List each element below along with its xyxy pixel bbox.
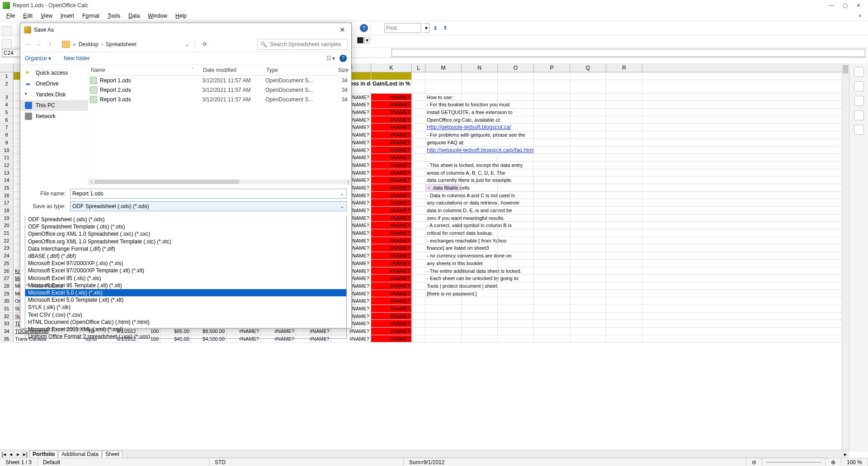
sidebar-properties-icon[interactable] bbox=[854, 67, 864, 77]
cell[interactable] bbox=[570, 320, 606, 327]
cell[interactable] bbox=[498, 124, 534, 131]
cell[interactable]: - A correct, valid symbol in column B is bbox=[425, 222, 462, 229]
cell[interactable] bbox=[534, 169, 570, 176]
breadcrumb-spreadsheet[interactable]: Spreadsheet bbox=[106, 41, 137, 48]
cell[interactable]: #NAME? bbox=[371, 252, 412, 259]
cell[interactable]: #NAME? bbox=[371, 101, 412, 108]
cell[interactable] bbox=[462, 305, 498, 312]
cell[interactable]: #NAME? bbox=[371, 139, 412, 146]
menu-format[interactable]: Format bbox=[79, 12, 103, 20]
cell[interactable] bbox=[462, 260, 498, 267]
row-header[interactable]: 9 bbox=[0, 139, 14, 146]
cell[interactable] bbox=[534, 154, 570, 161]
format-option[interactable]: OpenOffice.org XML 1.0 Spreadsheet (.sxc… bbox=[25, 230, 346, 238]
row-header[interactable]: 27 bbox=[0, 275, 14, 282]
cell[interactable] bbox=[534, 297, 570, 304]
row-header[interactable]: 32 bbox=[0, 313, 14, 320]
cell[interactable]: critical for correct data lookup. bbox=[425, 229, 462, 237]
cell[interactable]: #NAME? bbox=[371, 222, 412, 229]
col-header[interactable]: N bbox=[462, 63, 498, 72]
cell[interactable] bbox=[570, 147, 606, 154]
cell[interactable] bbox=[412, 94, 425, 101]
breadcrumb-dropdown[interactable]: ⌄ bbox=[185, 41, 189, 48]
cell[interactable] bbox=[498, 275, 534, 282]
cell[interactable]: any calculations or data retrieval, howe… bbox=[425, 199, 462, 206]
row-header[interactable]: 25 bbox=[0, 260, 14, 267]
cell[interactable]: #NAME? bbox=[371, 169, 412, 176]
format-option[interactable]: Data Interchange Format (.dif) (*.dif) bbox=[25, 245, 346, 252]
cell[interactable] bbox=[412, 290, 425, 297]
col-header[interactable]: Q bbox=[570, 63, 606, 72]
cell[interactable] bbox=[534, 192, 570, 199]
row-header[interactable]: 5 bbox=[0, 109, 14, 116]
cell[interactable] bbox=[570, 214, 606, 222]
cell[interactable] bbox=[462, 109, 498, 116]
format-option[interactable]: dBASE (.dbf) (*.dbf) bbox=[25, 252, 346, 260]
row-header[interactable]: 20 bbox=[0, 222, 14, 229]
cell[interactable] bbox=[606, 80, 642, 93]
cell[interactable] bbox=[534, 147, 570, 154]
cell[interactable] bbox=[534, 101, 570, 108]
cell[interactable]: Gain/Lost in % bbox=[371, 80, 412, 93]
format-option[interactable]: Uniform Office Format 2 spreadsheet (.uo… bbox=[25, 333, 346, 339]
cell[interactable] bbox=[462, 147, 498, 154]
cell[interactable] bbox=[534, 290, 570, 297]
cell[interactable] bbox=[498, 335, 534, 342]
cell[interactable]: #NAME? bbox=[371, 147, 412, 154]
cell[interactable] bbox=[534, 214, 570, 222]
cell[interactable] bbox=[412, 214, 425, 222]
dialog-search-box[interactable]: 🔍 Search Spreadsheet samples bbox=[257, 39, 348, 50]
cell[interactable] bbox=[570, 267, 606, 275]
row-header[interactable]: 13 bbox=[0, 169, 14, 176]
file-row[interactable]: Report 2.ods3/12/2021 11:57 AMOpenDocume… bbox=[88, 85, 351, 95]
cell[interactable] bbox=[570, 139, 606, 146]
cell[interactable]: #NAME? bbox=[371, 290, 412, 297]
cell[interactable] bbox=[462, 184, 498, 191]
cell[interactable] bbox=[606, 184, 642, 191]
menu-edit[interactable]: Edit bbox=[19, 12, 36, 20]
cell[interactable] bbox=[606, 72, 642, 80]
cell[interactable] bbox=[606, 139, 642, 146]
cell[interactable] bbox=[498, 199, 534, 206]
cell[interactable] bbox=[570, 207, 606, 214]
cell[interactable] bbox=[606, 282, 642, 290]
zoom-in-button[interactable]: ⊕ bbox=[826, 458, 841, 466]
cell[interactable] bbox=[570, 80, 606, 93]
cell[interactable] bbox=[570, 313, 606, 320]
sidebar-navigator-icon[interactable] bbox=[854, 110, 864, 120]
cell[interactable] bbox=[498, 305, 534, 312]
row-header[interactable]: 12 bbox=[0, 162, 14, 169]
row-header[interactable]: 26 bbox=[0, 267, 14, 275]
row-header[interactable]: 10 bbox=[0, 147, 14, 154]
cell[interactable] bbox=[498, 237, 534, 244]
cell[interactable]: getquote FAQ at: bbox=[425, 139, 462, 146]
row-header[interactable]: 11 bbox=[0, 154, 14, 161]
cell[interactable]: - The entire additional data sheet is lo… bbox=[425, 267, 462, 275]
cell[interactable] bbox=[498, 101, 534, 108]
cell[interactable] bbox=[606, 101, 642, 108]
cell[interactable] bbox=[462, 229, 498, 237]
cell[interactable] bbox=[570, 116, 606, 124]
file-list-hscroll[interactable]: ‹› bbox=[88, 179, 351, 185]
cell[interactable] bbox=[498, 147, 534, 154]
zoom-out-button[interactable]: ⊖ bbox=[746, 458, 762, 466]
cell[interactable] bbox=[606, 162, 642, 169]
cell[interactable]: #NAME? bbox=[371, 162, 412, 169]
cell[interactable] bbox=[570, 169, 606, 176]
cell[interactable] bbox=[462, 192, 498, 199]
format-option[interactable]: Microsoft Excel 97/2000/XP (.xls) (*.xls… bbox=[25, 260, 346, 267]
cell[interactable] bbox=[498, 176, 534, 184]
cell[interactable]: #NAME? bbox=[371, 335, 412, 342]
savetype-options-list[interactable]: ODF Spreadsheet (.ods) (*.ods)ODF Spread… bbox=[25, 216, 347, 339]
dialog-help-icon[interactable]: ? bbox=[340, 55, 347, 62]
menu-tools[interactable]: Tools bbox=[104, 12, 124, 20]
cell[interactable]: areas of columns A, B, C, D, E. The bbox=[425, 169, 462, 176]
cell[interactable] bbox=[462, 328, 498, 335]
cell[interactable]: - Data in columns A and C is not used in bbox=[425, 192, 462, 199]
cell[interactable]: How to use: bbox=[425, 94, 462, 101]
cell[interactable] bbox=[570, 297, 606, 304]
cell[interactable] bbox=[570, 328, 606, 335]
cell[interactable]: Tools | protect document | sheet. bbox=[425, 282, 462, 290]
cell[interactable] bbox=[462, 222, 498, 229]
cell[interactable]: http://getquote-tedsoft.blogspot.ca/p/fa… bbox=[425, 147, 462, 154]
